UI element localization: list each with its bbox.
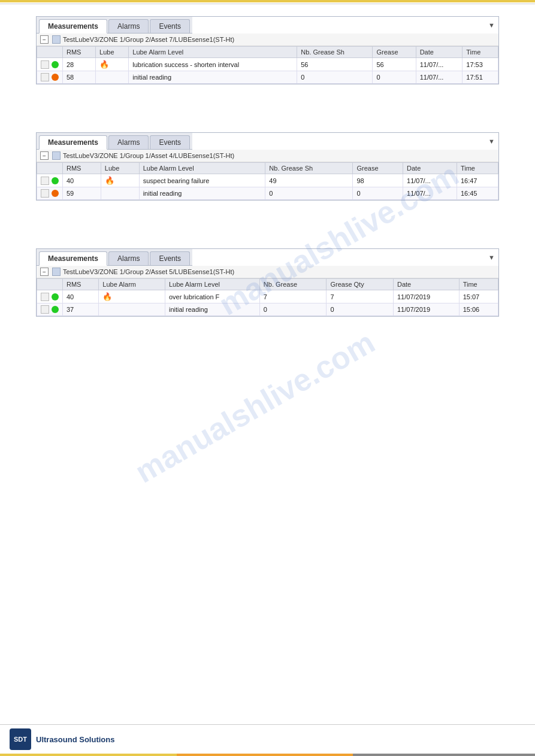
panel-1-tree-label: TestLubeV3/ZONE 1/Group 2/Asset 7/LUBEse… xyxy=(63,36,234,43)
tree-toggle-2[interactable]: − xyxy=(40,151,49,160)
tab-measurements-1[interactable]: Measurements xyxy=(39,19,107,34)
table-row: 40 🔥 over lubrication F 7 7 11/07/2019 1… xyxy=(37,290,498,303)
footer-brand: Ultrasound Solutions xyxy=(36,735,114,744)
rms-val: 40 xyxy=(63,174,101,187)
alarm-level-val: initial reading xyxy=(129,71,297,84)
grease-val: 98 xyxy=(353,174,403,187)
lube-icon-cell: 🔥 xyxy=(96,58,129,71)
col-lube-1: Lube xyxy=(96,47,129,58)
rms-val: 40 xyxy=(63,290,99,303)
panel-3-header: Measurements Alarms Events ▼ xyxy=(37,249,498,266)
panel-2-header: Measurements Alarms Events ▼ xyxy=(37,133,498,150)
col-date-2: Date xyxy=(403,163,457,174)
panel-2-dropdown[interactable]: ▼ xyxy=(485,136,498,146)
col-indicator-2 xyxy=(37,163,63,174)
table-row: 58 initial reading 0 0 11/07/... 17:51 xyxy=(37,71,498,84)
tab-alarms-3[interactable]: Alarms xyxy=(108,251,149,265)
grease-qty-val: 0 xyxy=(327,303,394,316)
footer: SDT Ultrasound Solutions xyxy=(0,724,535,756)
table-row: 28 🔥 lubrication success - shorten inter… xyxy=(37,58,498,71)
tree-toggle-3[interactable]: − xyxy=(40,268,49,276)
col-time-2: Time xyxy=(457,163,498,174)
panel-3-dropdown[interactable]: ▼ xyxy=(485,253,498,262)
tab-alarms-2[interactable]: Alarms xyxy=(108,135,149,149)
col-indicator-1 xyxy=(37,47,63,58)
status-dot-green xyxy=(52,306,59,313)
status-dot-green xyxy=(52,177,59,184)
row-spacer xyxy=(41,60,49,69)
nb-grease-val: 7 xyxy=(259,290,327,303)
lube-flame-icon: 🔥 xyxy=(105,176,114,185)
alarm-level-val: over lubrication F xyxy=(165,290,259,303)
rms-val: 37 xyxy=(63,303,99,316)
tree-node-icon-1 xyxy=(52,35,61,44)
panel-3-tree-label: TestLubeV3/ZONE 1/Group 2/Asset 5/LUBEse… xyxy=(63,268,234,275)
row-2-indicator xyxy=(37,187,63,200)
nb-grease-val: 56 xyxy=(297,58,373,71)
col-nb-grease-3: Nb. Grease xyxy=(259,279,327,290)
alarm-level-val: suspect bearing failure xyxy=(139,174,265,187)
tab-events-2[interactable]: Events xyxy=(150,135,190,149)
date-val: 11/07/2019 xyxy=(394,303,460,316)
tab-alarms-1[interactable]: Alarms xyxy=(108,19,149,33)
time-val: 15:06 xyxy=(459,303,498,316)
lube-icon-cell: 🔥 xyxy=(101,174,139,187)
col-lube-alarm-3: Lube Alarm xyxy=(99,279,165,290)
date-val: 11/07/... xyxy=(403,187,457,200)
tree-node-icon-2 xyxy=(52,151,61,160)
tree-toggle-1[interactable]: − xyxy=(40,35,49,44)
time-val: 16:47 xyxy=(457,174,498,187)
table-row: 37 initial reading 0 0 11/07/2019 15:06 xyxy=(37,303,498,316)
panel-1: Measurements Alarms Events ▼ − TestLubeV… xyxy=(36,16,499,84)
tab-measurements-2[interactable]: Measurements xyxy=(39,135,107,150)
col-rms-1: RMS xyxy=(63,47,96,58)
rms-val: 28 xyxy=(63,58,96,71)
col-grease-1: Grease xyxy=(373,47,416,58)
panel-2-table: RMS Lube Lube Alarm Level Nb. Grease Sh … xyxy=(37,162,498,200)
lube-icon-cell xyxy=(96,71,129,84)
lube-icon-cell xyxy=(101,187,139,200)
panel-1-dropdown[interactable]: ▼ xyxy=(485,20,498,30)
row-spacer xyxy=(41,73,49,81)
row-1-indicator xyxy=(37,174,63,187)
main-content: Measurements Alarms Events ▼ − TestLubeV… xyxy=(0,4,535,353)
col-grease-qty-3: Grease Qty xyxy=(327,279,394,290)
row-2-indicator xyxy=(37,71,63,84)
panel-1-tabs: Measurements Alarms Events xyxy=(37,17,192,34)
panel-2: Measurements Alarms Events ▼ − TestLubeV… xyxy=(36,132,499,201)
grease-val: 0 xyxy=(353,187,403,200)
nb-grease-val: 0 xyxy=(297,71,373,84)
col-date-1: Date xyxy=(416,47,463,58)
status-dot-green xyxy=(52,293,59,300)
nb-grease-val: 49 xyxy=(265,174,353,187)
table-row: 59 initial reading 0 0 11/07/... 16:45 xyxy=(37,187,498,200)
row-spacer xyxy=(41,293,49,301)
panel-3-tree-header: − TestLubeV3/ZONE 1/Group 2/Asset 5/LUBE… xyxy=(37,266,498,278)
grease-qty-val: 7 xyxy=(327,290,394,303)
tab-events-1[interactable]: Events xyxy=(150,19,190,33)
row-spacer xyxy=(41,305,49,314)
col-alarm-level-3: Lube Alarm Level xyxy=(165,279,259,290)
footer-logo: SDT Ultrasound Solutions xyxy=(10,728,114,750)
col-indicator-3 xyxy=(37,279,63,290)
sdt-logo: SDT xyxy=(10,728,31,750)
row-spacer xyxy=(41,189,49,198)
col-grease-2: Grease xyxy=(353,163,403,174)
alarm-level-val: initial reading xyxy=(165,303,259,316)
grease-val: 0 xyxy=(373,71,416,84)
row-1-indicator xyxy=(37,58,63,71)
time-val: 16:45 xyxy=(457,187,498,200)
table-row: 40 🔥 suspect bearing failure 49 98 11/07… xyxy=(37,174,498,187)
col-nb-grease-2: Nb. Grease Sh xyxy=(265,163,353,174)
footer-bar xyxy=(0,754,535,756)
panel-3: Measurements Alarms Events ▼ − TestLubeV… xyxy=(36,248,499,317)
status-dot-green xyxy=(52,61,59,68)
col-time-1: Time xyxy=(463,47,498,58)
tab-measurements-3[interactable]: Measurements xyxy=(39,251,107,266)
panel-3-tabs: Measurements Alarms Events xyxy=(37,249,192,266)
top-border xyxy=(0,0,535,2)
footer-content: SDT Ultrasound Solutions xyxy=(0,725,535,754)
grease-val: 56 xyxy=(373,58,416,71)
tab-events-3[interactable]: Events xyxy=(150,251,190,265)
panel-1-table: RMS Lube Lube Alarm Level Nb. Grease Sh … xyxy=(37,46,498,84)
